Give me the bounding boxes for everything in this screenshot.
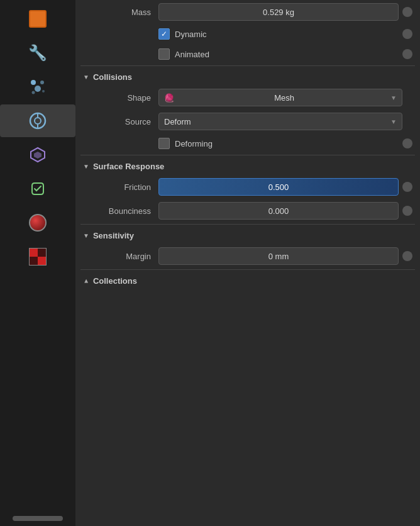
divider-2 [80, 155, 415, 155]
svg-point-3 [32, 91, 35, 94]
sidebar-item-object[interactable] [0, 3, 75, 35]
surface-response-title: Surface Response [93, 162, 164, 171]
shape-dropdown-wrapper[interactable]: 🧶 Mesh ▼ [158, 89, 402, 106]
shape-dropdown[interactable]: 🧶 Mesh ▼ [158, 89, 402, 106]
divider-1 [80, 65, 415, 66]
source-row: Source Deform ▼ [80, 109, 415, 133]
shape-icon: 🧶 [164, 93, 174, 103]
shape-label: Shape [83, 93, 158, 103]
deforming-dot[interactable] [402, 138, 412, 148]
dynamic-label: Dynamic [175, 30, 207, 39]
collections-section[interactable]: ► Collections [80, 271, 415, 289]
scrollbar-thumb [13, 516, 63, 521]
deforming-label: Deforming [175, 139, 213, 148]
source-label: Source [83, 117, 158, 126]
margin-label: Margin [83, 252, 158, 261]
sensitivity-title: Sensitivity [93, 231, 134, 240]
mass-dot[interactable] [402, 7, 412, 17]
friction-dot[interactable] [402, 182, 412, 192]
dynamic-checkbox-area: ✓ Dynamic [158, 28, 399, 40]
main-panel: Mass 0.529 kg ✓ Dynamic Animated ▼ Colli… [75, 0, 420, 526]
constraints-icon [30, 181, 46, 197]
bounciness-field-wrapper[interactable]: 0.000 [158, 202, 399, 220]
deforming-checkbox[interactable] [158, 138, 170, 149]
dynamic-dot[interactable] [402, 29, 412, 39]
svg-point-0 [31, 80, 36, 85]
surface-response-triangle: ▼ [83, 163, 89, 170]
svg-point-6 [35, 118, 41, 124]
collisions-section[interactable]: ▼ Collisions [80, 67, 415, 86]
source-dropdown[interactable]: Deform ▼ [158, 113, 402, 130]
margin-row: Margin 0 mm [80, 244, 415, 268]
source-dropdown-wrapper[interactable]: Deform ▼ [158, 113, 402, 130]
sidebar-item-physics[interactable] [0, 104, 75, 137]
dynamic-check-mark: ✓ [161, 30, 167, 38]
sidebar-item-particles[interactable] [0, 70, 75, 103]
divider-3 [80, 224, 415, 225]
mass-label: Mass [83, 8, 158, 17]
bounciness-label: Bounciness [83, 206, 158, 216]
margin-field-wrapper[interactable]: 0 mm [158, 247, 399, 265]
animated-row: Animated [80, 44, 415, 64]
object-data-icon [30, 147, 46, 163]
bounciness-dot[interactable] [402, 206, 412, 216]
collisions-triangle: ▼ [83, 74, 89, 81]
bounciness-row: Bounciness 0.000 [80, 199, 415, 223]
surface-response-section[interactable]: ▼ Surface Response [80, 157, 415, 175]
deforming-checkbox-area: Deforming [158, 138, 399, 149]
sidebar-scrollbar[interactable] [0, 511, 75, 526]
shader-icon [29, 214, 47, 232]
source-value: Deform [164, 117, 191, 126]
object-icon [29, 10, 47, 28]
sidebar-item-modifier[interactable]: 🔧 [0, 36, 75, 69]
source-arrow: ▼ [390, 118, 397, 125]
mass-row: Mass 0.529 kg [80, 0, 415, 24]
sensitivity-triangle: ▼ [83, 232, 89, 239]
wrench-icon: 🔧 [28, 44, 47, 62]
mass-value[interactable]: 0.529 kg [158, 3, 399, 21]
friction-row: Friction 0.500 [80, 175, 415, 199]
dynamic-row: ✓ Dynamic [80, 24, 415, 44]
svg-point-2 [35, 86, 41, 92]
sidebar-item-shader[interactable] [0, 206, 75, 239]
friction-label: Friction [83, 182, 158, 192]
particles-icon [30, 79, 46, 95]
sidebar-item-render[interactable] [0, 240, 75, 273]
margin-dot[interactable] [402, 251, 412, 261]
svg-point-4 [42, 90, 45, 92]
shape-row: Shape 🧶 Mesh ▼ [80, 86, 415, 109]
margin-field[interactable]: 0 mm [158, 247, 399, 265]
animated-checkbox-area: Animated [158, 48, 399, 60]
render-icon [29, 248, 47, 266]
animated-checkbox[interactable] [158, 48, 170, 60]
divider-4 [80, 269, 415, 270]
shape-arrow: ▼ [390, 94, 397, 101]
collisions-title: Collisions [93, 72, 132, 82]
friction-field[interactable]: 0.500 [158, 178, 399, 196]
deforming-row: Deforming [80, 133, 415, 154]
sensitivity-section[interactable]: ▼ Sensitivity [80, 226, 415, 244]
animated-dot[interactable] [402, 49, 412, 59]
dynamic-checkbox[interactable]: ✓ [158, 28, 170, 40]
physics-icon [29, 112, 47, 130]
bounciness-field[interactable]: 0.000 [158, 202, 399, 220]
collections-title: Collections [93, 276, 137, 286]
sidebar-item-object-data[interactable] [0, 138, 75, 171]
shape-value: Mesh [274, 93, 294, 103]
sidebar: 🔧 [0, 0, 75, 526]
svg-point-1 [40, 81, 44, 84]
animated-label: Animated [175, 50, 209, 59]
friction-field-wrapper[interactable]: 0.500 [158, 178, 399, 196]
sidebar-item-constraints[interactable] [0, 172, 75, 205]
mass-field[interactable]: 0.529 kg [158, 3, 399, 21]
collections-triangle: ► [82, 278, 89, 284]
